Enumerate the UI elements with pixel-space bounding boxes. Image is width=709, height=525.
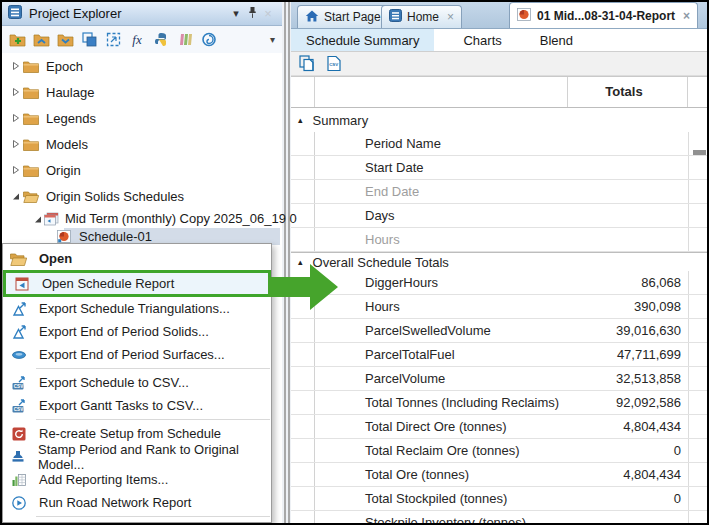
copy-icon[interactable] bbox=[297, 55, 317, 73]
menu-item-export-gantt-tasks-to-csv[interactable]: CSV Export Gantt Tasks to CSV... bbox=[3, 394, 271, 417]
menu-item-run-road-network-report[interactable]: Run Road Network Report bbox=[3, 491, 271, 514]
close-icon[interactable]: × bbox=[447, 10, 454, 24]
header-gutter-cell bbox=[291, 77, 315, 107]
panel-menu-chevron-icon[interactable]: ▾ bbox=[228, 7, 244, 20]
row-label: Start Date bbox=[315, 156, 568, 179]
subtab-blend[interactable]: Blend bbox=[525, 29, 588, 51]
menu-item-open[interactable]: Open bbox=[3, 247, 271, 270]
grid-row-total-tonnes[interactable]: Total Tonnes (Including Reclaims) 92,092… bbox=[291, 391, 707, 415]
grid-row-stockpile-inventory[interactable]: Stockpile Inventory (tonnes) bbox=[291, 511, 707, 523]
menu-item-export-schedule-to-csv[interactable]: CSV Export Schedule to CSV... bbox=[3, 371, 271, 394]
panel-list-icon bbox=[389, 9, 402, 25]
csv-export-icon: CSV bbox=[10, 398, 27, 414]
row-value: 92,092,586 bbox=[568, 391, 688, 414]
expand-collapsed-icon[interactable] bbox=[10, 139, 22, 149]
row-label: Days bbox=[315, 204, 568, 227]
menu-item-open-schedule-report[interactable]: Open Schedule Report bbox=[3, 270, 271, 297]
menu-item-create-epoch-setup[interactable]: Create Epoch Setup... bbox=[3, 519, 271, 525]
menu-item-stamp-period-rank[interactable]: Stamp Period and Rank to Original Model.… bbox=[3, 445, 271, 468]
row-value: 390,098 bbox=[568, 295, 688, 318]
expand-expanded-icon[interactable] bbox=[10, 191, 22, 201]
menu-item-add-reporting-items[interactable]: Add Reporting Items... bbox=[3, 468, 271, 491]
tree-item-haulage[interactable]: Haulage bbox=[2, 79, 282, 105]
grid-row-total-ore[interactable]: Total Ore (tonnes) 4,804,434 bbox=[291, 463, 707, 487]
tree-item-legends[interactable]: Legends bbox=[2, 105, 282, 131]
expand-collapsed-icon[interactable] bbox=[10, 113, 22, 123]
menu-item-export-end-of-period-solids[interactable]: Export End of Period Solids... bbox=[3, 320, 271, 343]
tree-item-mid-term-schedule[interactable]: Mid Term (monthly) Copy 2025_06_19 0 bbox=[2, 209, 282, 228]
grid-row-total-stockpiled[interactable]: Total Stockpiled (tonnes) 0 bbox=[291, 487, 707, 511]
row-value: 4,804,434 bbox=[568, 415, 688, 438]
close-icon[interactable]: × bbox=[683, 9, 690, 23]
tree-item-origin[interactable]: Origin bbox=[2, 157, 282, 183]
row-label: ParcelSwelledVolume bbox=[315, 319, 568, 342]
grid-row-hours-total[interactable]: Hours 390,098 bbox=[291, 295, 707, 319]
row-value bbox=[568, 156, 688, 179]
row-value bbox=[568, 180, 688, 203]
row-value bbox=[568, 204, 688, 227]
tab-report[interactable]: 01 Mid...08-31-04-Report × bbox=[509, 2, 698, 28]
tab-home[interactable]: Home × bbox=[381, 5, 462, 28]
expand-collapsed-icon[interactable] bbox=[10, 165, 22, 175]
section-overall-schedule-totals[interactable]: ▴ Overall Schedule Totals bbox=[291, 252, 707, 271]
expand-expanded-icon[interactable] bbox=[33, 214, 43, 224]
context-menu: Open Open Schedule Report Export Schedul… bbox=[2, 243, 272, 523]
geo-compass-icon[interactable] bbox=[199, 30, 219, 50]
collapse-folders-icon[interactable] bbox=[31, 30, 51, 50]
expand-collapsed-icon[interactable] bbox=[10, 87, 22, 97]
grid-row-parcelvolume[interactable]: ParcelVolume 32,513,858 bbox=[291, 367, 707, 391]
scrollbar-thumb[interactable] bbox=[693, 150, 706, 155]
subtab-schedule-summary[interactable]: Schedule Summary bbox=[291, 29, 434, 51]
panel-splitter[interactable] bbox=[282, 2, 291, 523]
expand-collapsed-icon[interactable] bbox=[10, 61, 22, 71]
grid-row-total-reclaim-ore[interactable]: Total Reclaim Ore (tonnes) 0 bbox=[291, 439, 707, 463]
legend-colors-icon[interactable] bbox=[175, 30, 195, 50]
explorer-toolbar: fx ▾ bbox=[2, 26, 282, 53]
menu-separator bbox=[36, 419, 270, 420]
tree-item-epoch[interactable]: Epoch bbox=[2, 53, 282, 79]
annotation-arrow bbox=[268, 264, 340, 314]
menu-item-label: Export Gantt Tasks to CSV... bbox=[39, 398, 203, 413]
row-value: 86,068 bbox=[568, 271, 688, 294]
tree-item-label: Models bbox=[46, 137, 88, 152]
surface-icon bbox=[10, 349, 27, 361]
new-folder-icon[interactable] bbox=[7, 30, 27, 50]
subtab-charts[interactable]: Charts bbox=[448, 29, 516, 51]
expand-folders-icon[interactable] bbox=[55, 30, 75, 50]
grid-row-parceltotalfuel[interactable]: ParcelTotalFuel 47,711,699 bbox=[291, 343, 707, 367]
svg-text:CSV: CSV bbox=[13, 384, 23, 389]
grid-row-total-direct-ore[interactable]: Total Direct Ore (tonnes) 4,804,434 bbox=[291, 415, 707, 439]
toolbar-overflow-icon[interactable]: ▾ bbox=[270, 34, 277, 45]
menu-item-export-end-of-period-surfaces[interactable]: Export End of Period Surfaces... bbox=[3, 343, 271, 366]
totals-column-header: Totals bbox=[568, 77, 688, 107]
row-label: Hours bbox=[315, 228, 568, 251]
row-value: 47,711,699 bbox=[568, 343, 688, 366]
fit-layout-icon[interactable] bbox=[103, 30, 123, 50]
pin-icon[interactable] bbox=[244, 6, 260, 21]
layers-icon[interactable] bbox=[79, 30, 99, 50]
tree-item-origin-solids-schedules[interactable]: Origin Solids Schedules bbox=[2, 183, 282, 209]
grid-row-hours[interactable]: Hours bbox=[291, 228, 707, 252]
function-fx-icon[interactable]: fx bbox=[127, 30, 147, 50]
folder-icon bbox=[22, 112, 40, 125]
row-label: Total Stockpiled (tonnes) bbox=[315, 487, 568, 510]
subtab-label: Blend bbox=[540, 33, 573, 48]
menu-item-export-schedule-triangulations[interactable]: Export Schedule Triangulations... bbox=[3, 297, 271, 320]
grid-row-period-name[interactable]: Period Name bbox=[291, 132, 707, 156]
tree-item-label: Schedule-01 bbox=[79, 229, 152, 244]
grid-row-parcelswelledvolume[interactable]: ParcelSwelledVolume 39,016,630 bbox=[291, 319, 707, 343]
report-icon bbox=[13, 276, 30, 292]
tree-item-models[interactable]: Models bbox=[2, 131, 282, 157]
tree-item-label: Epoch bbox=[46, 59, 83, 74]
grid-row-diggerhours[interactable]: DiggerHours 86,068 bbox=[291, 271, 707, 295]
grid-row-start-date[interactable]: Start Date bbox=[291, 156, 707, 180]
tree-item-label: Origin bbox=[46, 163, 81, 178]
grid-row-end-date[interactable]: End Date bbox=[291, 180, 707, 204]
tree-item-label: Origin Solids Schedules bbox=[46, 189, 184, 204]
export-csv-icon[interactable]: CSV bbox=[324, 55, 344, 73]
python-icon[interactable] bbox=[151, 30, 171, 50]
close-icon[interactable]: × bbox=[260, 6, 276, 21]
grid-row-days[interactable]: Days bbox=[291, 204, 707, 228]
collapse-icon[interactable]: ▴ bbox=[298, 115, 303, 125]
section-summary[interactable]: ▴ Summary bbox=[291, 107, 707, 132]
